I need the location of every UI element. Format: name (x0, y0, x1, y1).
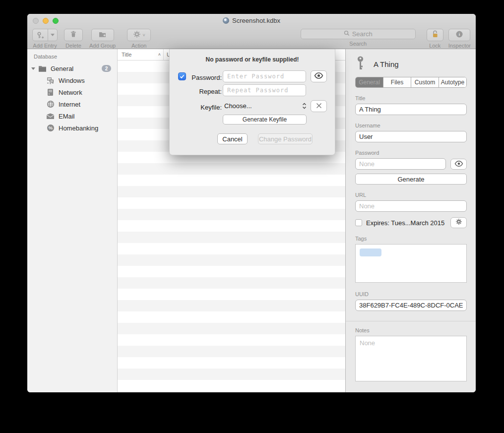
search-label: Search (349, 41, 367, 47)
add-entry-dropdown[interactable] (48, 29, 57, 41)
inspector-label: Inspector (448, 43, 471, 49)
tab-autotype[interactable]: Autotype (439, 77, 466, 87)
uuid-label: UUID (355, 291, 467, 297)
sidebar-item-label: Homebanking (59, 124, 117, 132)
chevron-down-icon (51, 34, 55, 36)
generate-password-button[interactable]: Generate (355, 174, 467, 185)
delete-button[interactable] (64, 29, 83, 41)
disclosure-triangle-icon[interactable] (31, 67, 35, 70)
url-field[interactable] (355, 200, 467, 212)
percent-icon: % (46, 124, 55, 132)
workgroup-icon (46, 76, 55, 85)
notes-label: Notes (355, 327, 467, 333)
reveal-password-button[interactable] (311, 70, 327, 82)
action-item: ˅ Action (127, 29, 151, 49)
cancel-button[interactable]: Cancel (217, 133, 248, 144)
sidebar-item-windows[interactable]: Windows (27, 74, 117, 86)
lock-button[interactable] (427, 29, 443, 41)
sort-ascending-icon: ˄ (158, 52, 161, 57)
window-title: Screenshot.kdbx (232, 17, 280, 24)
gear-icon (133, 30, 141, 40)
title-field-label: Title (355, 95, 467, 101)
lock-item: Lock (427, 29, 443, 49)
search-placeholder: Search (352, 30, 373, 38)
tab-custom[interactable]: Custom (411, 77, 439, 87)
section-divider (346, 321, 476, 321)
envelope-icon (46, 112, 55, 121)
keyfile-popup-value: Choose... (224, 102, 252, 110)
username-field-label: Username (355, 123, 467, 128)
key-icon (355, 56, 366, 73)
close-x-icon (316, 102, 322, 111)
tab-general[interactable]: General (356, 77, 383, 87)
toolbar: Add Entry Delete Add Group (27, 27, 476, 49)
search-input[interactable]: Search (301, 29, 416, 39)
app-window: Screenshot.kdbx Add Entry D (27, 14, 476, 392)
clear-keyfile-button[interactable] (311, 100, 327, 112)
expires-settings-button[interactable] (450, 217, 467, 228)
info-icon: i (455, 30, 463, 40)
add-group-item: Add Group (89, 29, 116, 49)
sidebar-item-email[interactable]: EMail (27, 110, 117, 122)
sidebar-item-network[interactable]: Network (27, 86, 117, 98)
add-entry-button[interactable] (32, 29, 58, 41)
sidebar-item-homebanking[interactable]: % Homebanking (27, 122, 117, 134)
gear-icon (455, 218, 462, 227)
sidebar-item-label: EMail (59, 113, 117, 120)
delete-label: Delete (65, 43, 81, 49)
entry-title: A Thing (374, 60, 399, 68)
username-field[interactable] (355, 131, 467, 142)
sidebar-item-internet[interactable]: Internet (27, 98, 117, 110)
generate-keyfile-button[interactable]: Generate Keyfile (223, 115, 307, 124)
column-header-title[interactable]: Title ˄ (118, 49, 164, 60)
globe-icon (46, 100, 55, 109)
folder-plus-icon (98, 30, 107, 40)
repeat-password-input[interactable] (223, 84, 306, 96)
notes-field[interactable]: None (355, 336, 467, 381)
sidebar-item-general[interactable]: General 2 (27, 62, 117, 74)
title-bar[interactable]: Screenshot.kdbx (27, 14, 476, 27)
expires-label: Expires: Tues...March 2015 (366, 219, 446, 227)
notes-placeholder: None (360, 339, 375, 347)
sidebar-item-label: Windows (59, 77, 117, 84)
inspector-tabs: General Files Custom Autotype (355, 77, 467, 88)
chevron-down-icon: ˅ (143, 33, 145, 38)
keyfile-popup[interactable]: Choose... (224, 102, 307, 110)
search-item: Search Search (301, 29, 416, 47)
action-button[interactable]: ˅ (127, 29, 151, 41)
tab-files[interactable]: Files (383, 77, 411, 87)
key-plus-icon (33, 29, 48, 41)
repeat-label: Repeat: (187, 88, 222, 95)
eye-icon (314, 72, 323, 81)
password-checkbox[interactable] (178, 72, 186, 80)
sidebar-item-label: Internet (59, 101, 117, 108)
title-field[interactable] (355, 104, 467, 115)
inspector-button[interactable]: i (448, 29, 470, 41)
folder-icon (38, 64, 47, 73)
lock-icon (431, 30, 439, 40)
delete-item: Delete (64, 29, 83, 49)
sidebar-item-label: Network (59, 89, 117, 96)
action-label: Action (131, 43, 147, 49)
window-header: Screenshot.kdbx Add Entry D (27, 14, 476, 49)
lock-label: Lock (429, 43, 441, 49)
svg-text:%: % (48, 125, 53, 130)
eye-icon (454, 160, 463, 169)
keyfile-label: Keyfile: (187, 104, 222, 111)
dialog-message: No password or keyfile supplied! (170, 56, 335, 63)
add-group-button[interactable] (91, 29, 114, 41)
empty-tag-pill[interactable] (360, 248, 381, 256)
password-field[interactable] (355, 158, 446, 170)
expires-checkbox[interactable] (355, 219, 362, 226)
enter-password-input[interactable] (223, 70, 306, 82)
server-icon (46, 88, 55, 97)
uuid-field[interactable] (355, 300, 467, 311)
change-password-button[interactable]: Change Password (258, 133, 313, 144)
password-label: Password: (187, 74, 222, 81)
tags-field[interactable] (355, 244, 467, 283)
search-icon (344, 30, 350, 38)
reveal-password-button[interactable] (450, 159, 467, 170)
column-label: Title (122, 52, 131, 58)
trash-icon (69, 30, 77, 40)
add-entry-item: Add Entry (32, 29, 58, 49)
